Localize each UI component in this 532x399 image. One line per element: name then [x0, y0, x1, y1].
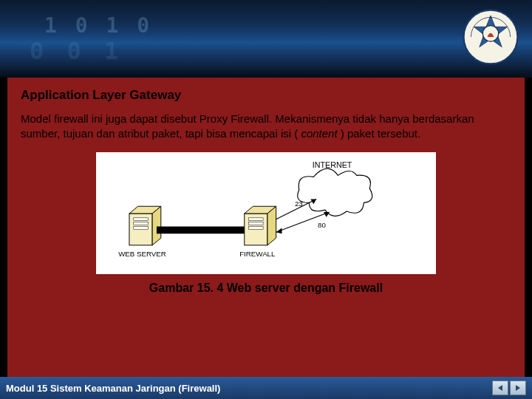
figure-caption: Gambar 15. 4 Web server dengan Firewall — [21, 282, 511, 295]
internet-cloud: INTERNET — [298, 160, 372, 216]
svg-rect-7 — [134, 217, 148, 220]
slide-content: Application Layer Gateway Model firewall… — [7, 78, 525, 377]
svg-rect-8 — [134, 222, 148, 225]
body-text: ) paket tersebut. — [338, 127, 421, 140]
slide-title: Application Layer Gateway — [21, 88, 511, 103]
svg-text:80: 80 — [318, 221, 326, 229]
link-port-23: 23 — [276, 199, 317, 219]
nav-arrows — [492, 381, 526, 395]
svg-rect-15 — [249, 222, 263, 225]
next-button[interactable] — [510, 381, 526, 395]
svg-rect-14 — [249, 217, 263, 220]
svg-marker-23 — [324, 212, 330, 217]
svg-text:23: 23 — [295, 200, 303, 208]
svg-marker-26 — [516, 385, 520, 391]
slide-footer: Modul 15 Sistem Keamanan Jaringan (Firew… — [0, 377, 532, 399]
decorative-binary: 1 0 1 0 — [44, 13, 152, 38]
lan-link — [157, 226, 245, 233]
svg-marker-13 — [267, 206, 276, 245]
tut-wuri-handayani-emblem — [463, 9, 519, 65]
decorative-binary: 0 0 1 — [30, 37, 123, 65]
svg-text:WEB SERVER: WEB SERVER — [118, 250, 166, 258]
svg-text:INTERNET: INTERNET — [313, 160, 352, 168]
svg-rect-9 — [134, 226, 148, 229]
footer-title: Modul 15 Sistem Keamanan Jaringan (Firew… — [6, 383, 492, 394]
network-diagram: INTERNET WEB SERVER FIREWALL — [96, 152, 436, 274]
slide-header: 1 0 1 0 0 0 1 — [0, 0, 532, 78]
svg-marker-25 — [498, 385, 502, 391]
svg-rect-16 — [249, 226, 263, 229]
firewall-box: FIREWALL — [239, 206, 276, 258]
slide-body: Model firewall ini juga dapat disebut Pr… — [21, 112, 511, 142]
svg-marker-6 — [152, 206, 161, 245]
svg-text:FIREWALL: FIREWALL — [239, 250, 276, 258]
svg-marker-22 — [276, 228, 282, 233]
body-italic: content — [301, 127, 337, 140]
prev-button[interactable] — [492, 381, 508, 395]
